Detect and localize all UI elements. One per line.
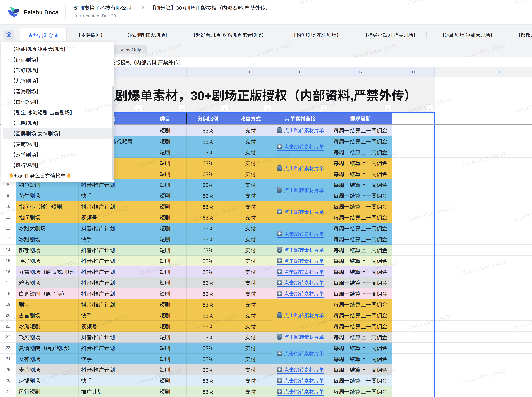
- material-link[interactable]: 点击跳转素材片单: [272, 386, 329, 397]
- cell-category[interactable]: 短剧: [143, 223, 187, 234]
- material-link-body[interactable]: 点击跳转素材片单: [277, 311, 324, 319]
- column-header-E[interactable]: E: [229, 68, 272, 77]
- cell-empty[interactable]: [435, 168, 477, 179]
- cell-cycle[interactable]: 每周一结算上一周佣金: [329, 299, 392, 310]
- dropdown-item-2[interactable]: 【顶好剧场】: [3, 65, 112, 75]
- cell-cycle[interactable]: 每周一结算上一周佣金: [329, 190, 392, 201]
- cell-empty[interactable]: [520, 136, 532, 147]
- cell-empty[interactable]: [435, 267, 477, 277]
- cell-category[interactable]: 短剧: [143, 201, 187, 212]
- cell-empty[interactable]: [477, 321, 520, 332]
- cell-income[interactable]: 支付: [229, 158, 272, 168]
- cell-income[interactable]: 支付: [229, 267, 272, 277]
- cell-income[interactable]: 支付: [229, 386, 272, 397]
- cell-rownum[interactable]: 16: [0, 267, 16, 277]
- cell-income[interactable]: 支付: [229, 342, 272, 354]
- cell-platform[interactable]: 推广计划: [79, 386, 143, 397]
- cell-empty[interactable]: [520, 299, 532, 310]
- material-link[interactable]: 点击跳转素材片单: [272, 277, 329, 288]
- breadcrumb-org[interactable]: 深圳市格子科技有限公司: [73, 4, 132, 11]
- cell-name[interactable]: 麦萌剧场: [16, 364, 79, 375]
- material-link-text[interactable]: 点击跳转素材片单: [284, 230, 324, 237]
- cell-empty[interactable]: [477, 364, 520, 375]
- cell-ratio[interactable]: 63%: [187, 267, 229, 277]
- cell-empty[interactable]: [477, 342, 520, 354]
- cell-rownum[interactable]: 15: [0, 255, 16, 266]
- material-link-body[interactable]: 点击跳转素材片单: [277, 257, 324, 265]
- cell-platform[interactable]: 快手: [79, 310, 143, 321]
- cell-cycle[interactable]: 每周一结算上一周佣金: [329, 332, 392, 342]
- cell-cycle[interactable]: 每周一结算上一周佣金: [329, 147, 392, 158]
- cell-empty[interactable]: [392, 332, 435, 342]
- cell-cycle[interactable]: 每周一结算上一周佣金: [329, 267, 392, 277]
- cell-empty[interactable]: [520, 255, 532, 266]
- material-link-body[interactable]: 点击跳转素材片单: [277, 366, 324, 374]
- cell-empty[interactable]: [520, 125, 532, 136]
- cell-empty[interactable]: [435, 375, 477, 386]
- empty-cell[interactable]: [520, 112, 532, 124]
- cell-empty[interactable]: [435, 201, 477, 212]
- sheet-tab-3[interactable]: 【超好看剧场 多多剧场 来看剧场】: [180, 28, 278, 42]
- cell-empty[interactable]: [477, 299, 520, 310]
- sheet-tab-0[interactable]: ★短剧汇总★: [20, 28, 67, 42]
- cell-rownum[interactable]: 24: [0, 354, 16, 364]
- cell-empty[interactable]: [520, 245, 532, 255]
- dropdown-item-6[interactable]: 【剧宝 冰海短剧 古言剧场】: [3, 107, 112, 118]
- cell-income[interactable]: 支付: [229, 310, 272, 321]
- cell-ratio[interactable]: 63%: [187, 354, 229, 364]
- cell-rownum[interactable]: 10: [0, 201, 16, 212]
- cell-category[interactable]: 短剧: [143, 212, 187, 223]
- table-header-category[interactable]: 类目: [143, 112, 187, 124]
- cell-empty[interactable]: [520, 277, 532, 288]
- material-link-body[interactable]: 点击跳转素材片单: [277, 186, 324, 194]
- cell-category[interactable]: 短剧: [143, 321, 187, 332]
- cell-ratio[interactable]: 63%: [187, 299, 229, 310]
- cell-platform[interactable]: 抖音/推广计划: [79, 223, 143, 234]
- cell-cycle[interactable]: 每周一结算上一周佣金: [329, 375, 392, 386]
- column-header-G[interactable]: G: [329, 68, 392, 77]
- cell-category[interactable]: 短剧: [143, 332, 187, 342]
- table-header-ratio[interactable]: 分佣比例: [187, 112, 229, 124]
- material-link[interactable]: 点击跳转素材片单: [272, 136, 329, 158]
- material-link-body[interactable]: 点击跳转素材片单: [277, 290, 324, 298]
- column-header-D[interactable]: D: [187, 68, 229, 77]
- material-link[interactable]: 点击跳转素材片单: [272, 364, 329, 375]
- material-link[interactable]: 点击跳转素材片单: [272, 245, 329, 255]
- column-header-F[interactable]: F: [272, 68, 329, 77]
- cell-income[interactable]: 支付: [229, 299, 272, 310]
- cell-empty[interactable]: [520, 354, 532, 364]
- cell-ratio[interactable]: 63%: [187, 375, 229, 386]
- cell-ratio[interactable]: 63%: [187, 277, 229, 288]
- cell-category[interactable]: 短剧: [143, 364, 187, 375]
- column-header-J[interactable]: J: [477, 68, 520, 77]
- table-header-income[interactable]: 收益方式: [229, 112, 272, 124]
- empty-cell[interactable]: [435, 112, 477, 124]
- cell-empty[interactable]: [520, 375, 532, 386]
- cell-empty[interactable]: [435, 125, 477, 136]
- cell-rownum[interactable]: 21: [0, 321, 16, 332]
- cell-empty[interactable]: [435, 299, 477, 310]
- material-link[interactable]: 点击跳转素材片单: [272, 267, 329, 277]
- cell-empty[interactable]: [392, 234, 435, 245]
- cell-income[interactable]: 支付: [229, 180, 272, 190]
- cell-ratio[interactable]: 63%: [187, 234, 229, 245]
- material-link-body[interactable]: 点击跳转素材片单: [277, 377, 324, 385]
- material-link[interactable]: 点击跳转素材片单: [272, 342, 329, 364]
- cell-empty[interactable]: [435, 288, 477, 299]
- material-link-text[interactable]: 点击跳转素材片单: [284, 350, 324, 357]
- cell-empty[interactable]: [392, 310, 435, 321]
- column-header-C[interactable]: C: [143, 68, 187, 77]
- cell-cycle[interactable]: 每周一结算上一周佣金: [329, 168, 392, 179]
- cell-empty[interactable]: [520, 147, 532, 158]
- cell-empty[interactable]: [392, 180, 435, 190]
- material-link-text[interactable]: 点击跳转素材片单: [284, 377, 324, 384]
- cell-ratio[interactable]: 63%: [187, 386, 229, 397]
- cell-platform[interactable]: 抖音/推广计划: [79, 245, 143, 255]
- cell-empty[interactable]: [392, 267, 435, 277]
- cell-category[interactable]: 短剧: [143, 125, 187, 136]
- cell-cycle[interactable]: 每周一结算上一周佣金: [329, 364, 392, 375]
- cell-empty[interactable]: [477, 201, 520, 212]
- cell-category[interactable]: 短剧: [143, 158, 187, 168]
- cell-rownum[interactable]: 18: [0, 288, 16, 299]
- material-link-body[interactable]: 点击跳转素材片单: [277, 165, 324, 172]
